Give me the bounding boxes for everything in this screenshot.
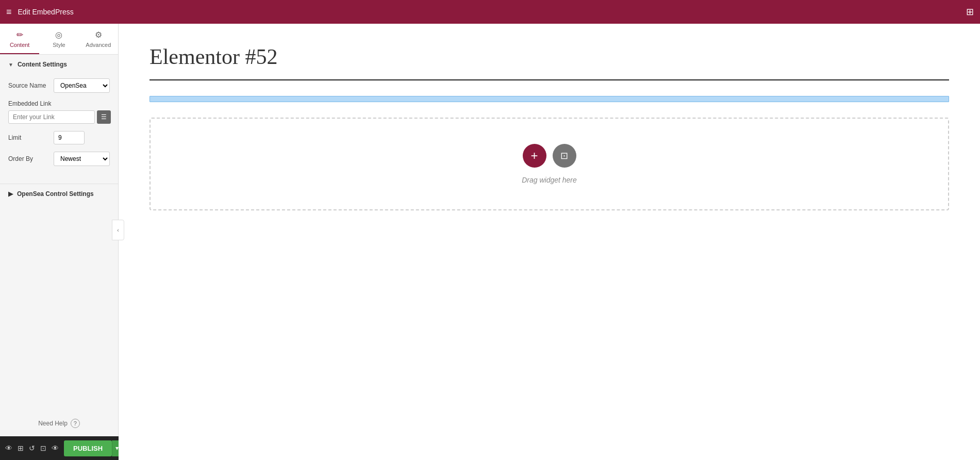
opensea-settings-section: ▶ OpenSea Control Settings — [0, 184, 118, 204]
embedded-link-label: Embedded Link — [8, 100, 110, 107]
content-settings-header[interactable]: ▼ Content Settings — [0, 55, 118, 74]
need-help-label: Need Help — [38, 420, 68, 427]
tab-style-label: Style — [53, 42, 65, 48]
source-name-control: OpenSea Rarible Foundation — [54, 78, 110, 93]
help-icon: ? — [71, 419, 80, 428]
sidebar: ✏ Content ◎ Style ⚙ Advanced — [0, 24, 119, 460]
history-icon[interactable]: ⊡ — [40, 444, 46, 452]
publish-button[interactable]: PUBLISH — [64, 440, 112, 456]
tab-content[interactable]: ✏ Content — [0, 24, 39, 54]
content-settings-label: Content Settings — [18, 61, 67, 68]
editor-title: Edit EmbedPress — [18, 8, 960, 16]
limit-label: Limit — [8, 134, 49, 141]
content-tab-icon: ✏ — [16, 30, 23, 40]
page-title: Elementor #52 — [150, 44, 949, 69]
sidebar-collapse-handle[interactable]: ‹ — [112, 220, 124, 240]
limit-input[interactable] — [54, 131, 85, 144]
link-options-button[interactable]: ☰ — [97, 110, 111, 124]
opensea-settings-label: OpenSea Control Settings — [17, 190, 94, 198]
tab-advanced[interactable]: ⚙ Advanced — [79, 24, 118, 54]
responsive-icon[interactable]: 👁 — [52, 444, 59, 452]
source-name-row: Source Name OpenSea Rarible Foundation — [8, 78, 110, 93]
eye-icon[interactable]: 👁 — [5, 444, 12, 452]
order-by-select[interactable]: Newest Oldest Popular — [54, 152, 110, 166]
selection-bar — [150, 96, 949, 102]
top-bar: ≡ Edit EmbedPress ⊞ — [0, 0, 980, 24]
tab-content-label: Content — [10, 42, 30, 48]
need-help-section[interactable]: Need Help ? — [0, 410, 118, 436]
embedded-link-input[interactable] — [8, 110, 95, 124]
add-widget-button[interactable]: + — [523, 144, 546, 168]
tab-style[interactable]: ◎ Style — [39, 24, 78, 54]
undo-icon[interactable]: ↺ — [29, 444, 35, 452]
tab-advanced-label: Advanced — [86, 42, 111, 48]
drag-widget-text: Drag widget here — [522, 176, 577, 184]
source-name-select[interactable]: OpenSea Rarible Foundation — [54, 78, 110, 93]
sidebar-content: ▼ Content Settings Source Name OpenSea R… — [0, 55, 118, 410]
chevron-right-icon: ▶ — [8, 190, 13, 198]
editor-tabs: ✏ Content ◎ Style ⚙ Advanced — [0, 24, 118, 55]
advanced-tab-icon: ⚙ — [95, 30, 102, 40]
content-settings-body: Source Name OpenSea Rarible Foundation — [0, 74, 118, 182]
order-by-label: Order By — [8, 155, 49, 162]
source-name-label: Source Name — [8, 82, 49, 89]
widget-drop-zone: + ⊡ Drag widget here — [150, 118, 949, 210]
drop-buttons: + ⊡ — [523, 144, 576, 168]
style-tab-icon: ◎ — [55, 30, 62, 40]
embedded-link-wrap: ☰ — [8, 110, 110, 124]
limit-row: Limit — [8, 131, 110, 144]
embedded-link-row: Embedded Link ☰ — [8, 100, 110, 124]
grid-icon[interactable]: ⊞ — [966, 6, 974, 18]
canvas-area: Elementor #52 + ⊡ Drag widget here — [119, 24, 980, 460]
page-divider — [150, 79, 949, 80]
folder-button[interactable]: ⊡ — [553, 144, 576, 168]
order-by-row: Order By Newest Oldest Popular — [8, 152, 110, 166]
order-by-control: Newest Oldest Popular — [54, 152, 110, 166]
bottom-toolbar: 👁 ⊞ ↺ ⊡ 👁 PUBLISH ▾ — [0, 436, 119, 460]
opensea-settings-header[interactable]: ▶ OpenSea Control Settings — [0, 184, 118, 204]
hamburger-menu-icon[interactable]: ≡ — [6, 7, 12, 18]
layers-icon[interactable]: ⊞ — [18, 444, 24, 452]
publish-wrap: PUBLISH ▾ — [64, 440, 122, 456]
chevron-down-icon: ▼ — [8, 62, 13, 68]
